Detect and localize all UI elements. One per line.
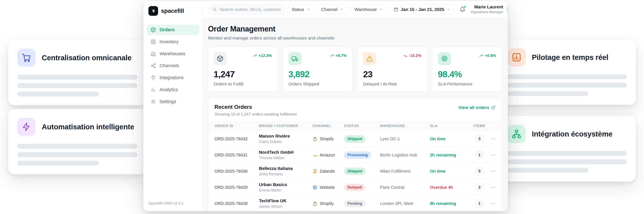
sidebar-item-label: Integrations bbox=[160, 75, 184, 80]
zalando-icon bbox=[312, 169, 318, 174]
kpi-trend: -15.2% bbox=[403, 53, 421, 58]
feature-title: Intégration écosystème bbox=[532, 130, 612, 138]
truck-icon bbox=[288, 52, 302, 65]
sidebar-item-settings[interactable]: Settings bbox=[147, 96, 199, 107]
view-all-orders-link[interactable]: View all orders bbox=[458, 105, 495, 110]
kpi-label: SLA Performance bbox=[438, 81, 496, 86]
column-header: ITEMS bbox=[470, 124, 489, 128]
brand-name: spacefill bbox=[161, 8, 184, 14]
column-header: WAREHOUSE bbox=[380, 124, 430, 128]
filter-label: Status bbox=[292, 7, 304, 12]
sidebar-item-label: Inventory bbox=[160, 39, 178, 45]
row-menu-button[interactable] bbox=[489, 183, 497, 191]
status-filter-button[interactable]: Status bbox=[288, 5, 314, 14]
notifications-button[interactable] bbox=[458, 5, 468, 15]
brand-logo: spacefill bbox=[147, 6, 199, 16]
search-icon bbox=[212, 7, 217, 12]
sla-cell: 2h remaining bbox=[430, 153, 470, 158]
sidebar-item-channels[interactable]: Channels bbox=[147, 60, 199, 71]
sidebar-item-label: Orders bbox=[160, 27, 175, 33]
alert-triangle-icon bbox=[363, 52, 376, 65]
target-icon bbox=[438, 52, 451, 65]
row-menu-button[interactable] bbox=[489, 199, 497, 207]
channel-label: Shopify bbox=[320, 137, 334, 141]
brand-customer-cell: Maison Rivière Claire Dubois bbox=[259, 134, 312, 144]
channel-label: Website bbox=[320, 185, 335, 190]
shopify-icon bbox=[312, 137, 318, 141]
date-range-picker[interactable]: Jan 15 - Jan 21, 2025 bbox=[390, 5, 454, 14]
kpi-card-sla-performance: +0.8% 98.4% SLA Performance bbox=[432, 47, 502, 92]
brand-customer-cell: Bellezza Italiana Sofia Romano bbox=[259, 166, 312, 176]
kpi-trend: +12.3% bbox=[252, 53, 272, 58]
table-row[interactable]: ORD-2025-78432 Maison Rivière Claire Dub… bbox=[208, 131, 502, 147]
sidebar-item-warehouses[interactable]: Warehouses bbox=[147, 49, 199, 59]
warehouse-cell: Lyon DC-1 bbox=[380, 137, 430, 141]
customer-name: James Wilson bbox=[259, 204, 312, 209]
page-content: Order Management Monitor and manage orde… bbox=[203, 18, 508, 211]
column-header: STATUS bbox=[344, 124, 380, 128]
kpi-card-delayed-at-risk: -15.2% 23 Delayed / At-Risk bbox=[358, 47, 427, 92]
sidebar-item-inventory[interactable]: Inventory bbox=[147, 37, 199, 47]
status-badge: Delayed bbox=[344, 184, 365, 191]
sidebar-item-label: Settings bbox=[160, 99, 176, 104]
table-row[interactable]: ORD-2025-78428 TechFlow UK James Wilson … bbox=[208, 195, 502, 211]
bar-chart-icon bbox=[508, 48, 526, 66]
status-badge: Shipped bbox=[344, 135, 366, 143]
skeleton-lines bbox=[18, 144, 137, 165]
warehouse-cell: London 3PL West bbox=[380, 201, 430, 206]
warehouse-filter-button[interactable]: Warehouse bbox=[351, 5, 387, 14]
customer-name: Sofia Romano bbox=[259, 172, 312, 176]
kpi-card-orders-shipped: +8.7% 3,892 Orders Shipped bbox=[283, 47, 352, 92]
trending-up-icon bbox=[330, 54, 334, 58]
row-menu-button[interactable] bbox=[489, 151, 497, 159]
warehouse-icon bbox=[150, 51, 156, 56]
column-header: CHANNEL bbox=[312, 124, 344, 128]
feature-title: Automatisation intelligente bbox=[42, 123, 134, 131]
chevron-down-icon bbox=[306, 7, 310, 11]
kpi-value: 23 bbox=[363, 69, 422, 79]
sidebar-item-integrations[interactable]: Integrations bbox=[147, 72, 199, 83]
filter-label: Channel bbox=[321, 7, 338, 12]
sidebar-item-orders[interactable]: Orders bbox=[147, 25, 199, 35]
more-horizontal-icon bbox=[490, 201, 496, 206]
warehouse-cell: Milan Fulfillment bbox=[380, 169, 430, 174]
feature-title: Pilotage en temps réel bbox=[532, 53, 608, 62]
search-input[interactable] bbox=[219, 7, 281, 12]
spacefill-logo-icon bbox=[148, 6, 158, 16]
skeleton-lines bbox=[508, 151, 626, 173]
globe-icon bbox=[312, 185, 318, 190]
date-range-label: Jan 15 - Jan 21, 2025 bbox=[400, 7, 444, 12]
row-menu-button[interactable] bbox=[489, 135, 497, 143]
table-row[interactable]: ORD-2025-78431 NordTech GmbH Thomas Webe… bbox=[208, 147, 502, 163]
user-info: Marie Laurent Operations Manager bbox=[471, 5, 503, 14]
avatar[interactable] bbox=[506, 5, 508, 14]
channel-label: Zalando bbox=[320, 169, 335, 174]
brand-customer-cell: NordTech GmbH Thomas Weber bbox=[259, 150, 312, 160]
table-row[interactable]: ORD-2025-78430 Bellezza Italiana Sofia R… bbox=[208, 163, 502, 179]
order-id: ORD-2025-78428 bbox=[214, 201, 259, 206]
row-menu-button[interactable] bbox=[489, 167, 497, 175]
sidebar-item-analytics[interactable]: Analytics bbox=[147, 84, 199, 95]
gear-icon bbox=[150, 99, 156, 104]
channel-filter-button[interactable]: Channel bbox=[318, 5, 348, 14]
trending-down-icon bbox=[403, 54, 407, 58]
kpi-trend: +8.7% bbox=[330, 53, 347, 58]
table-row[interactable]: ORD-2025-78429 Urban Basics Emma Martin … bbox=[208, 179, 502, 195]
brand-name: TechFlow UK bbox=[259, 198, 312, 203]
shopping-cart-icon bbox=[18, 49, 36, 67]
status-badge: Processing bbox=[344, 151, 371, 159]
kpi-label: Orders to Fulfill bbox=[214, 81, 272, 86]
customer-name: Thomas Weber bbox=[259, 156, 312, 160]
brand-name: Bellezza Italiana bbox=[259, 166, 312, 171]
marketing-scene: Centralisation omnicanale Automatisation… bbox=[0, 0, 644, 214]
order-id: ORD-2025-78431 bbox=[214, 153, 259, 158]
order-id: ORD-2025-78430 bbox=[214, 169, 259, 174]
channel-cell: Website bbox=[312, 185, 344, 190]
warehouse-cell: Berlin Logistics Hub bbox=[380, 153, 430, 158]
panel-subtitle: Showing 10 of 1,247 orders awaiting fulf… bbox=[214, 112, 297, 117]
more-horizontal-icon bbox=[490, 168, 496, 174]
sla-cell: On time bbox=[430, 169, 470, 174]
user-menu[interactable]: Marie Laurent Operations Manager bbox=[471, 5, 508, 14]
sla-cell: Overdue 4h bbox=[430, 185, 470, 190]
calendar-icon bbox=[394, 7, 398, 12]
